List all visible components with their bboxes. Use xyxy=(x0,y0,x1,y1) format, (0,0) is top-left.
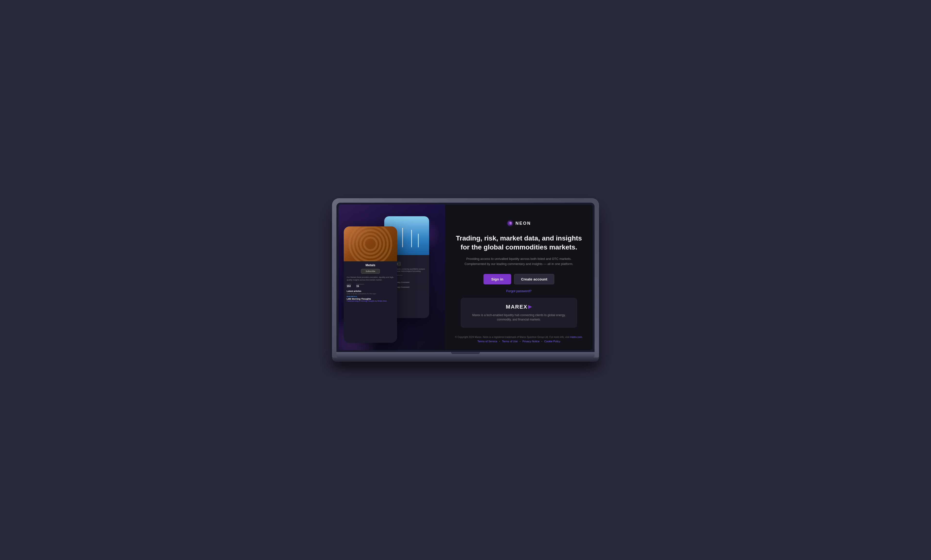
marex-card: MAREX Marex is a tech-enabled liquidity … xyxy=(461,298,577,328)
left-panel: Energy Subscribe y Energy research, comb… xyxy=(338,205,445,350)
metals-articles-stat: Articles 153 xyxy=(347,283,351,288)
article-meta: Published today in Morning Thoughts by M… xyxy=(347,300,394,302)
neon-logo-text: NEON xyxy=(515,221,531,226)
latest-articles-heading: Latest articles xyxy=(347,290,394,292)
marex-logo: MAREX xyxy=(470,304,567,310)
article-meta-channel: Morning Thoughts xyxy=(361,300,375,302)
metals-subscribe-btn[interactable]: Subscribe xyxy=(361,269,380,274)
article-tag: BASE METALS xyxy=(347,296,394,297)
svg-point-3 xyxy=(509,222,511,224)
laptop-screen: Energy Subscribe y Energy research, comb… xyxy=(338,205,593,350)
laptop-wrapper: Energy Subscribe y Energy research, comb… xyxy=(332,198,599,362)
latest-articles-section: Latest articles A list of all the public… xyxy=(344,288,397,303)
article-meta-by: by Metals Desk xyxy=(375,300,387,302)
device-front: Metals Subscribe Our Metals Desk provide… xyxy=(344,226,397,343)
svg-marker-4 xyxy=(528,305,532,309)
footer-dot-2: • xyxy=(519,340,521,343)
metals-image xyxy=(344,226,397,262)
neon-logo-icon xyxy=(507,220,513,227)
metals-desc: Our Metals Desk provides execution, liqu… xyxy=(344,275,397,282)
devices-container: Energy Subscribe y Energy research, comb… xyxy=(338,205,445,350)
cookie-policy-link[interactable]: Cookie Policy xyxy=(544,340,561,343)
footer-dot-1: • xyxy=(499,340,500,343)
marex-logo-text: MAREX xyxy=(506,304,527,310)
hero-subtitle-line1: Providing access to unrivalled liquidity… xyxy=(466,257,572,261)
metals-contributors-value: 15 xyxy=(356,285,364,288)
footer-links: Terms of Service • Terms of Use • Privac… xyxy=(455,340,583,343)
hero-subtitle: Providing access to unrivalled liquidity… xyxy=(464,257,573,267)
create-account-button[interactable]: Create account xyxy=(514,274,554,285)
article-title: LME Morning Thoughts xyxy=(347,298,394,300)
article-meta-prefix: Published today in xyxy=(347,300,361,302)
laptop-bottom xyxy=(332,357,599,362)
metals-articles-value: 153 xyxy=(347,285,351,288)
cta-buttons: Sign in Create account xyxy=(484,274,554,285)
latest-articles-subtitle: A list of all the publications for this … xyxy=(347,293,394,295)
marex-url-link[interactable]: marex.com. xyxy=(570,336,583,338)
screen-bezel: Energy Subscribe y Energy research, comb… xyxy=(336,203,595,352)
logo-area: NEON xyxy=(507,220,531,227)
forgot-password-link[interactable]: Forgot password? xyxy=(506,289,532,293)
hero-subtitle-line2: Complemented by our leading commentary a… xyxy=(464,262,573,266)
footer: © Copyright 2024 Marex. Neon is a regist… xyxy=(455,336,583,343)
copyright-text: © Copyright 2024 Marex. Neon is a regist… xyxy=(455,336,583,338)
laptop-notch xyxy=(451,352,480,354)
copyright-prefix: © Copyright 2024 Marex. Neon is a regist… xyxy=(455,336,569,338)
laptop-base xyxy=(336,352,595,357)
laptop-outer: Energy Subscribe y Energy research, comb… xyxy=(332,198,599,357)
main-content: NEON Trading, risk, market data, and ins… xyxy=(455,212,583,336)
terms-of-service-link[interactable]: Terms of Service xyxy=(477,340,497,343)
right-panel: NEON Trading, risk, market data, and ins… xyxy=(445,205,593,350)
metals-title: Metals xyxy=(344,262,397,268)
footer-dot-3: • xyxy=(541,340,543,343)
marex-logo-accent-icon xyxy=(528,305,532,309)
metals-stats: Articles 153 Contributors 15 xyxy=(344,282,397,288)
privacy-notice-link[interactable]: Privacy Notice xyxy=(523,340,539,343)
hero-title: Trading, risk, market data, and insights… xyxy=(456,234,582,252)
signin-button[interactable]: Sign in xyxy=(484,274,511,285)
terms-of-use-link[interactable]: Terms of Use xyxy=(502,340,518,343)
marex-description: Marex is a tech-enabled liquidity hub co… xyxy=(470,313,567,322)
metals-contributors-stat: Contributors 15 xyxy=(356,283,364,288)
